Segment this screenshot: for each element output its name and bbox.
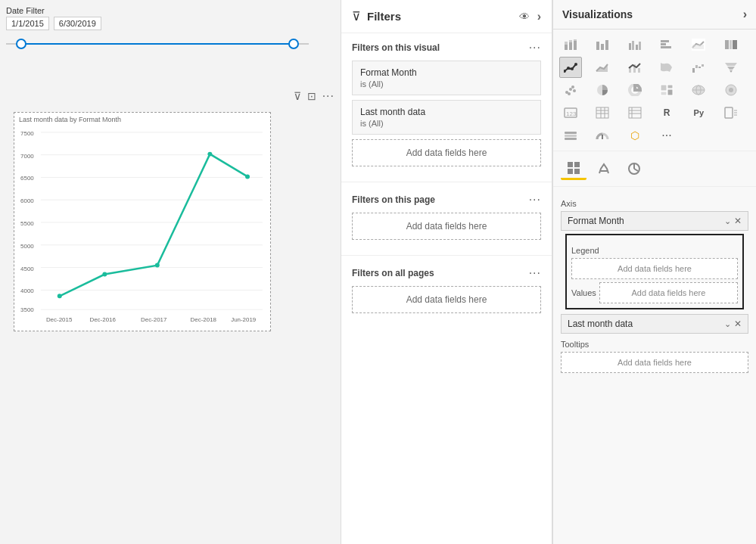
viz-icon-treemap[interactable] <box>655 79 678 101</box>
viz-panel-title: Visualizations <box>562 8 633 20</box>
chart-svg: 7500 7000 6500 6000 5500 5000 4500 4000 … <box>14 113 270 331</box>
svg-text:5000: 5000 <box>20 243 34 250</box>
chevron-right-icon[interactable]: › <box>537 10 541 23</box>
svg-point-52 <box>574 63 577 66</box>
tooltips-drop-area[interactable]: Add data fields here <box>561 352 748 373</box>
axis-chevron-icon[interactable]: ⌄ <box>724 216 731 226</box>
svg-text:Dec-2017: Dec-2017 <box>141 316 167 323</box>
svg-rect-87 <box>629 107 641 118</box>
axis-label: Axis <box>561 199 748 208</box>
values-field-actions: ⌄ ✕ <box>724 319 742 329</box>
svg-rect-35 <box>601 44 604 50</box>
filter-card-format-month[interactable]: Format Month is (All) <box>352 61 541 95</box>
focus-mode-icon[interactable]: ⊡ <box>307 90 316 102</box>
axis-field-tag[interactable]: Format Month ⌄ ✕ <box>561 211 748 231</box>
viz-icon-slicer[interactable] <box>559 125 582 146</box>
all-pages-filters-title: Filters on all pages <box>352 268 434 278</box>
viz-icon-waterfall[interactable] <box>687 57 710 78</box>
svg-line-106 <box>634 169 638 171</box>
date-end[interactable]: 6/30/2019 <box>54 17 101 30</box>
add-all-filter-btn[interactable]: Add data fields here <box>352 286 541 313</box>
viz-icon-bar[interactable] <box>591 34 614 55</box>
visual-filters-menu[interactable]: ··· <box>529 41 541 54</box>
legend-label: Legend <box>571 246 738 255</box>
viz-icon-gauge[interactable] <box>591 125 614 146</box>
svg-text:4000: 4000 <box>20 288 34 294</box>
svg-text:4500: 4500 <box>20 266 34 272</box>
viz-icon-more-visuals[interactable]: ··· <box>655 125 678 146</box>
filter-format-month-sub: is (All) <box>360 79 533 89</box>
viz-icon-python[interactable]: Py <box>687 102 710 123</box>
values-chevron-icon[interactable]: ⌄ <box>724 319 731 329</box>
viz-header: Visualizations › <box>553 0 756 30</box>
values-close-icon[interactable]: ✕ <box>734 319 742 329</box>
legend-drop-area[interactable]: Add data fields here <box>571 258 738 279</box>
filters-header-actions: 👁 › <box>519 10 541 23</box>
values-field-tag[interactable]: Last month data ⌄ ✕ <box>561 314 748 334</box>
svg-point-67 <box>568 92 571 95</box>
viz-icon-matrix[interactable] <box>624 102 646 123</box>
viz-icon-stacked-bar[interactable] <box>559 34 582 55</box>
date-slider[interactable] <box>6 36 309 51</box>
viz-icon-funnel[interactable] <box>720 57 742 78</box>
page-filters-section: Filters on this page ··· Add data fields… <box>341 185 552 252</box>
viz-icon-combo[interactable] <box>624 57 646 78</box>
viz-icon-key-influencers[interactable] <box>720 102 742 123</box>
svg-text:3500: 3500 <box>20 306 34 313</box>
viz-icon-pie[interactable] <box>591 79 614 101</box>
viz-icon-100-bar[interactable] <box>720 34 742 55</box>
filter-icon[interactable]: ⊽ <box>294 90 301 102</box>
more-options-icon[interactable]: ··· <box>322 89 334 103</box>
svg-rect-96 <box>565 135 577 137</box>
slider-thumb-right[interactable] <box>288 39 299 49</box>
axis-close-icon[interactable]: ✕ <box>734 216 742 226</box>
viz-icon-line-stacked[interactable] <box>687 34 710 55</box>
viz-icon-table-viz[interactable] <box>591 102 614 123</box>
viz-icon-area[interactable] <box>591 57 614 78</box>
viz-tab-fields[interactable] <box>561 157 586 180</box>
left-panel: Date Filter 1/1/2015 6/30/2019 ⊽ ⊡ ··· L… <box>0 0 341 544</box>
eye-icon[interactable]: 👁 <box>519 11 530 23</box>
svg-rect-57 <box>692 68 695 73</box>
page-filters-menu[interactable]: ··· <box>529 193 541 207</box>
viz-icon-map[interactable] <box>687 79 710 101</box>
filter-last-month-name: Last month data <box>360 107 533 117</box>
viz-icon-grouped-bar[interactable] <box>624 34 646 55</box>
slider-thumb-left[interactable] <box>16 39 26 49</box>
viz-icon-scatter[interactable] <box>559 79 582 101</box>
svg-rect-28 <box>565 45 568 50</box>
values-row: Values Add data fields here <box>571 282 738 303</box>
all-pages-filters-menu[interactable]: ··· <box>529 266 541 280</box>
viz-icon-ribbon[interactable] <box>655 57 678 78</box>
viz-expand-icon[interactable]: › <box>743 8 747 21</box>
viz-icon-globe[interactable] <box>720 79 742 101</box>
svg-point-68 <box>571 85 574 89</box>
viz-icon-card[interactable]: 123 <box>559 102 582 123</box>
viz-tab-analytics[interactable] <box>621 157 647 180</box>
values-label: Values <box>571 288 596 297</box>
add-visual-filter-btn[interactable]: Add data fields here <box>352 139 541 166</box>
svg-point-51 <box>571 67 574 70</box>
filters-panel: ⊽ Filters 👁 › Filters on this visual ···… <box>341 0 552 544</box>
viz-icon-donut[interactable] <box>624 79 646 101</box>
viz-tab-format[interactable] <box>591 157 617 180</box>
values-drop-area[interactable]: Add data fields here <box>599 282 738 303</box>
viz-icon-horizontal-bar[interactable] <box>655 34 678 55</box>
filter-card-last-month[interactable]: Last month data is (All) <box>352 100 541 135</box>
svg-text:5500: 5500 <box>20 220 34 227</box>
chart-title: Last month data by Format Month <box>19 116 121 123</box>
tooltips-label: Tooltips <box>561 340 748 349</box>
svg-rect-37 <box>629 43 631 50</box>
svg-point-65 <box>569 88 572 91</box>
add-page-filter-btn[interactable]: Add data fields here <box>352 213 541 240</box>
filter-last-month-sub: is (All) <box>360 119 533 128</box>
date-start[interactable]: 1/1/2015 <box>6 17 49 30</box>
chart-wrapper: ⊽ ⊡ ··· Last month data by Format Month … <box>14 112 334 331</box>
svg-rect-30 <box>569 42 572 50</box>
svg-rect-102 <box>574 169 580 174</box>
viz-icon-line[interactable] <box>559 57 582 78</box>
viz-icon-r-visual[interactable]: R <box>655 102 678 123</box>
page-filters-title: Filters on this page <box>352 194 435 205</box>
viz-icon-custom-visual[interactable]: ⬡ <box>624 125 646 146</box>
svg-rect-99 <box>568 162 573 167</box>
